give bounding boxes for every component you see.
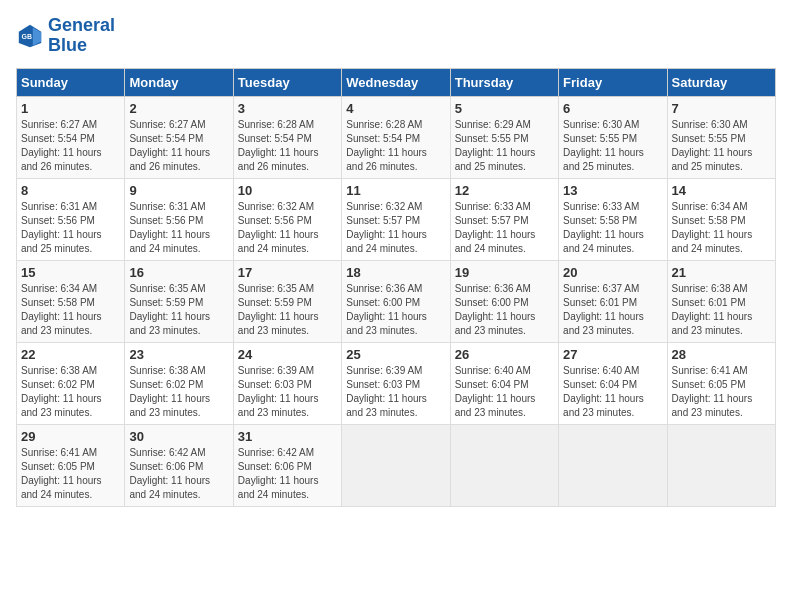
calendar-week-row: 1 Sunrise: 6:27 AM Sunset: 5:54 PM Dayli… bbox=[17, 96, 776, 178]
day-number: 2 bbox=[129, 101, 228, 116]
daylight-label: Daylight: 11 hours and 24 minutes. bbox=[672, 229, 753, 254]
sunrise-label: Sunrise: 6:38 AM bbox=[672, 283, 748, 294]
sunset-label: Sunset: 6:05 PM bbox=[21, 461, 95, 472]
sunrise-label: Sunrise: 6:30 AM bbox=[672, 119, 748, 130]
sunset-label: Sunset: 5:58 PM bbox=[672, 215, 746, 226]
day-number: 24 bbox=[238, 347, 337, 362]
sunset-label: Sunset: 6:01 PM bbox=[672, 297, 746, 308]
day-info: Sunrise: 6:39 AM Sunset: 6:03 PM Dayligh… bbox=[346, 364, 445, 420]
daylight-label: Daylight: 11 hours and 25 minutes. bbox=[672, 147, 753, 172]
day-info: Sunrise: 6:28 AM Sunset: 5:54 PM Dayligh… bbox=[346, 118, 445, 174]
daylight-label: Daylight: 11 hours and 25 minutes. bbox=[563, 147, 644, 172]
day-header: Sunday bbox=[17, 68, 125, 96]
sunset-label: Sunset: 5:59 PM bbox=[129, 297, 203, 308]
day-info: Sunrise: 6:40 AM Sunset: 6:04 PM Dayligh… bbox=[455, 364, 554, 420]
day-number: 3 bbox=[238, 101, 337, 116]
day-number: 10 bbox=[238, 183, 337, 198]
sunrise-label: Sunrise: 6:41 AM bbox=[21, 447, 97, 458]
sunrise-label: Sunrise: 6:38 AM bbox=[21, 365, 97, 376]
sunset-label: Sunset: 6:04 PM bbox=[563, 379, 637, 390]
daylight-label: Daylight: 11 hours and 26 minutes. bbox=[346, 147, 427, 172]
day-info: Sunrise: 6:33 AM Sunset: 5:57 PM Dayligh… bbox=[455, 200, 554, 256]
sunrise-label: Sunrise: 6:39 AM bbox=[238, 365, 314, 376]
sunset-label: Sunset: 5:56 PM bbox=[21, 215, 95, 226]
day-info: Sunrise: 6:41 AM Sunset: 6:05 PM Dayligh… bbox=[672, 364, 771, 420]
calendar-cell: 1 Sunrise: 6:27 AM Sunset: 5:54 PM Dayli… bbox=[17, 96, 125, 178]
calendar-cell: 2 Sunrise: 6:27 AM Sunset: 5:54 PM Dayli… bbox=[125, 96, 233, 178]
day-info: Sunrise: 6:34 AM Sunset: 5:58 PM Dayligh… bbox=[21, 282, 120, 338]
daylight-label: Daylight: 11 hours and 23 minutes. bbox=[563, 393, 644, 418]
sunrise-label: Sunrise: 6:32 AM bbox=[346, 201, 422, 212]
day-info: Sunrise: 6:32 AM Sunset: 5:57 PM Dayligh… bbox=[346, 200, 445, 256]
logo-text: General Blue bbox=[48, 16, 115, 56]
sunrise-label: Sunrise: 6:37 AM bbox=[563, 283, 639, 294]
day-header: Monday bbox=[125, 68, 233, 96]
day-info: Sunrise: 6:35 AM Sunset: 5:59 PM Dayligh… bbox=[238, 282, 337, 338]
sunrise-label: Sunrise: 6:35 AM bbox=[129, 283, 205, 294]
calendar-cell: 14 Sunrise: 6:34 AM Sunset: 5:58 PM Dayl… bbox=[667, 178, 775, 260]
day-number: 16 bbox=[129, 265, 228, 280]
day-info: Sunrise: 6:40 AM Sunset: 6:04 PM Dayligh… bbox=[563, 364, 662, 420]
calendar-cell: 12 Sunrise: 6:33 AM Sunset: 5:57 PM Dayl… bbox=[450, 178, 558, 260]
calendar-cell: 28 Sunrise: 6:41 AM Sunset: 6:05 PM Dayl… bbox=[667, 342, 775, 424]
calendar-cell: 18 Sunrise: 6:36 AM Sunset: 6:00 PM Dayl… bbox=[342, 260, 450, 342]
calendar-cell: 27 Sunrise: 6:40 AM Sunset: 6:04 PM Dayl… bbox=[559, 342, 667, 424]
sunset-label: Sunset: 6:05 PM bbox=[672, 379, 746, 390]
calendar-cell: 25 Sunrise: 6:39 AM Sunset: 6:03 PM Dayl… bbox=[342, 342, 450, 424]
day-info: Sunrise: 6:28 AM Sunset: 5:54 PM Dayligh… bbox=[238, 118, 337, 174]
day-header: Tuesday bbox=[233, 68, 341, 96]
daylight-label: Daylight: 11 hours and 23 minutes. bbox=[455, 311, 536, 336]
day-number: 8 bbox=[21, 183, 120, 198]
logo: GB General Blue bbox=[16, 16, 115, 56]
daylight-label: Daylight: 11 hours and 26 minutes. bbox=[238, 147, 319, 172]
sunset-label: Sunset: 6:02 PM bbox=[21, 379, 95, 390]
sunrise-label: Sunrise: 6:31 AM bbox=[21, 201, 97, 212]
sunset-label: Sunset: 5:55 PM bbox=[455, 133, 529, 144]
day-info: Sunrise: 6:36 AM Sunset: 6:00 PM Dayligh… bbox=[346, 282, 445, 338]
sunset-label: Sunset: 6:06 PM bbox=[129, 461, 203, 472]
sunset-label: Sunset: 6:04 PM bbox=[455, 379, 529, 390]
sunrise-label: Sunrise: 6:40 AM bbox=[563, 365, 639, 376]
calendar-cell: 20 Sunrise: 6:37 AM Sunset: 6:01 PM Dayl… bbox=[559, 260, 667, 342]
calendar-cell: 30 Sunrise: 6:42 AM Sunset: 6:06 PM Dayl… bbox=[125, 424, 233, 506]
sunset-label: Sunset: 5:54 PM bbox=[21, 133, 95, 144]
day-number: 21 bbox=[672, 265, 771, 280]
sunset-label: Sunset: 6:03 PM bbox=[346, 379, 420, 390]
sunrise-label: Sunrise: 6:27 AM bbox=[21, 119, 97, 130]
calendar-cell: 6 Sunrise: 6:30 AM Sunset: 5:55 PM Dayli… bbox=[559, 96, 667, 178]
page-header: GB General Blue bbox=[16, 16, 776, 56]
day-number: 9 bbox=[129, 183, 228, 198]
sunset-label: Sunset: 5:55 PM bbox=[672, 133, 746, 144]
sunrise-label: Sunrise: 6:36 AM bbox=[346, 283, 422, 294]
day-header: Saturday bbox=[667, 68, 775, 96]
day-info: Sunrise: 6:33 AM Sunset: 5:58 PM Dayligh… bbox=[563, 200, 662, 256]
daylight-label: Daylight: 11 hours and 23 minutes. bbox=[129, 393, 210, 418]
daylight-label: Daylight: 11 hours and 24 minutes. bbox=[129, 475, 210, 500]
daylight-label: Daylight: 11 hours and 23 minutes. bbox=[346, 311, 427, 336]
sunrise-label: Sunrise: 6:28 AM bbox=[346, 119, 422, 130]
calendar-cell bbox=[342, 424, 450, 506]
sunrise-label: Sunrise: 6:34 AM bbox=[672, 201, 748, 212]
day-info: Sunrise: 6:29 AM Sunset: 5:55 PM Dayligh… bbox=[455, 118, 554, 174]
daylight-label: Daylight: 11 hours and 24 minutes. bbox=[129, 229, 210, 254]
sunset-label: Sunset: 5:58 PM bbox=[563, 215, 637, 226]
day-number: 23 bbox=[129, 347, 228, 362]
day-number: 1 bbox=[21, 101, 120, 116]
sunset-label: Sunset: 5:55 PM bbox=[563, 133, 637, 144]
calendar-week-row: 8 Sunrise: 6:31 AM Sunset: 5:56 PM Dayli… bbox=[17, 178, 776, 260]
sunset-label: Sunset: 5:56 PM bbox=[129, 215, 203, 226]
calendar-cell: 17 Sunrise: 6:35 AM Sunset: 5:59 PM Dayl… bbox=[233, 260, 341, 342]
daylight-label: Daylight: 11 hours and 23 minutes. bbox=[238, 393, 319, 418]
sunrise-label: Sunrise: 6:38 AM bbox=[129, 365, 205, 376]
calendar-cell: 11 Sunrise: 6:32 AM Sunset: 5:57 PM Dayl… bbox=[342, 178, 450, 260]
svg-text:GB: GB bbox=[22, 33, 32, 40]
sunrise-label: Sunrise: 6:32 AM bbox=[238, 201, 314, 212]
sunrise-label: Sunrise: 6:30 AM bbox=[563, 119, 639, 130]
sunrise-label: Sunrise: 6:33 AM bbox=[455, 201, 531, 212]
calendar-cell: 22 Sunrise: 6:38 AM Sunset: 6:02 PM Dayl… bbox=[17, 342, 125, 424]
day-info: Sunrise: 6:32 AM Sunset: 5:56 PM Dayligh… bbox=[238, 200, 337, 256]
sunrise-label: Sunrise: 6:29 AM bbox=[455, 119, 531, 130]
daylight-label: Daylight: 11 hours and 23 minutes. bbox=[672, 393, 753, 418]
day-header: Wednesday bbox=[342, 68, 450, 96]
sunrise-label: Sunrise: 6:41 AM bbox=[672, 365, 748, 376]
